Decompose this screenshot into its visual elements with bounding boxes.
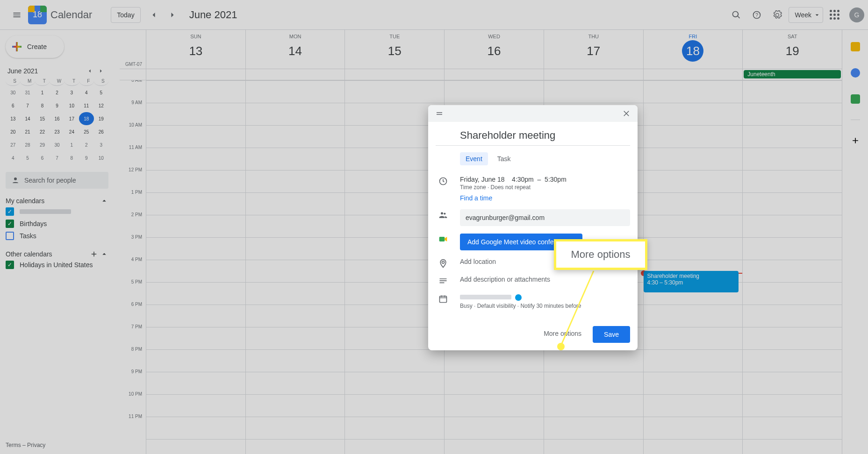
calendar-list-item[interactable] xyxy=(6,206,108,218)
mini-day-cell[interactable]: 27 xyxy=(6,138,20,151)
find-time-link[interactable]: Find a time xyxy=(460,194,630,202)
mini-day-cell[interactable]: 31 xyxy=(20,86,35,99)
mini-day-cell[interactable]: 14 xyxy=(20,112,35,125)
mini-day-cell[interactable]: 6 xyxy=(35,151,50,164)
mini-day-cell[interactable]: 8 xyxy=(35,99,50,112)
close-button[interactable] xyxy=(619,106,634,121)
get-addons-button[interactable] xyxy=(846,131,865,150)
event-title-input[interactable] xyxy=(436,128,630,146)
mini-day-cell[interactable]: 21 xyxy=(20,125,35,138)
mini-day-cell[interactable]: 3 xyxy=(94,138,108,151)
tab-event[interactable]: Event xyxy=(460,152,488,165)
event-end-time[interactable]: 5:30pm xyxy=(545,176,567,183)
drag-handle[interactable] xyxy=(432,106,447,121)
allday-cell[interactable] xyxy=(643,69,743,80)
allday-cell[interactable] xyxy=(544,69,643,80)
visibility-label[interactable]: Default visibility xyxy=(477,303,516,309)
day-header[interactable]: WED16 xyxy=(444,30,544,69)
tasks-addon-button[interactable] xyxy=(846,64,865,82)
calendar-list-item[interactable]: Birthdays xyxy=(6,218,108,230)
mini-day-cell[interactable]: 20 xyxy=(6,125,20,138)
calendar-checkbox[interactable] xyxy=(6,207,14,216)
mini-day-cell[interactable]: 29 xyxy=(35,138,50,151)
create-button[interactable]: Create xyxy=(6,35,64,58)
mini-day-cell[interactable]: 30 xyxy=(50,138,64,151)
mini-day-cell[interactable]: 4 xyxy=(79,86,93,99)
search-people-input[interactable]: Search for people xyxy=(6,172,108,189)
calendar-checkbox[interactable] xyxy=(6,232,14,240)
mini-day-cell[interactable]: 10 xyxy=(65,99,79,112)
time-column[interactable] xyxy=(742,80,842,454)
mini-day-cell[interactable]: 23 xyxy=(50,125,64,138)
day-header[interactable]: SUN13 xyxy=(146,30,245,69)
mini-day-cell[interactable]: 9 xyxy=(50,99,64,112)
repeat-link[interactable]: Does not repeat xyxy=(491,184,531,191)
view-selector[interactable]: Week xyxy=(789,7,823,23)
google-apps-button[interactable] xyxy=(825,6,844,24)
allday-event[interactable]: Juneteenth xyxy=(744,70,841,78)
allday-cell[interactable]: Juneteenth xyxy=(742,69,842,80)
tab-task[interactable]: Task xyxy=(492,152,516,165)
account-avatar[interactable]: G xyxy=(849,7,864,22)
timezone-link[interactable]: Time zone xyxy=(460,184,486,191)
mini-day-cell[interactable]: 22 xyxy=(35,125,50,138)
mini-day-cell[interactable]: 17 xyxy=(65,112,79,125)
prev-week-button[interactable] xyxy=(144,6,163,24)
busy-label[interactable]: Busy xyxy=(460,303,473,309)
allday-cell[interactable] xyxy=(444,69,544,80)
mini-day-cell[interactable]: 5 xyxy=(94,86,108,99)
main-menu-button[interactable] xyxy=(7,6,26,24)
other-calendars-toggle[interactable]: Other calendars xyxy=(6,249,108,259)
mini-day-cell[interactable]: 2 xyxy=(50,86,64,99)
support-button[interactable]: ? xyxy=(747,6,766,24)
mini-day-cell[interactable]: 16 xyxy=(50,112,64,125)
mini-day-cell[interactable]: 15 xyxy=(35,112,50,125)
mini-day-cell[interactable]: 7 xyxy=(20,99,35,112)
mini-day-cell[interactable]: 19 xyxy=(94,112,108,125)
terms-link[interactable]: Terms xyxy=(6,442,21,448)
maps-addon-button[interactable] xyxy=(846,90,865,108)
mini-day-cell[interactable]: 9 xyxy=(79,151,93,164)
mini-day-cell[interactable]: 1 xyxy=(65,138,79,151)
mini-day-cell[interactable]: 12 xyxy=(94,99,108,112)
today-button[interactable]: Today xyxy=(111,7,140,23)
calendar-checkbox[interactable] xyxy=(6,220,14,228)
mini-day-cell[interactable]: 10 xyxy=(94,151,108,164)
allday-cell[interactable] xyxy=(245,69,345,80)
mini-day-cell[interactable]: 7 xyxy=(50,151,64,164)
keep-addon-button[interactable] xyxy=(846,37,865,56)
add-calendar-icon[interactable] xyxy=(90,249,98,259)
mini-day-cell[interactable]: 28 xyxy=(20,138,35,151)
mini-day-cell[interactable]: 8 xyxy=(65,151,79,164)
allday-cell[interactable] xyxy=(146,69,245,80)
mini-day-cell[interactable]: 18 xyxy=(79,112,93,125)
calendar-list-item[interactable]: Holidays in United States xyxy=(6,259,108,271)
mini-day-cell[interactable]: 13 xyxy=(6,112,20,125)
mini-day-cell[interactable]: 1 xyxy=(35,86,50,99)
save-button[interactable]: Save xyxy=(593,326,630,343)
mini-next-button[interactable] xyxy=(95,65,107,77)
day-header[interactable]: SAT19 xyxy=(742,30,842,69)
guests-input[interactable]: evagrunburger@gmail.com xyxy=(460,209,630,226)
my-calendars-toggle[interactable]: My calendars xyxy=(6,196,108,206)
next-week-button[interactable] xyxy=(163,6,182,24)
search-button[interactable] xyxy=(727,6,746,24)
mini-day-cell[interactable]: 30 xyxy=(6,86,20,99)
add-description-button[interactable]: Add description or attachments xyxy=(460,276,630,283)
day-header[interactable]: THU17 xyxy=(544,30,643,69)
mini-day-cell[interactable]: 2 xyxy=(79,138,93,151)
settings-button[interactable] xyxy=(768,6,787,24)
mini-calendar[interactable]: SMTWTFS303112345678910111213141516171819… xyxy=(6,77,108,164)
more-options-button[interactable]: More options xyxy=(538,326,587,343)
mini-day-cell[interactable]: 11 xyxy=(79,99,93,112)
privacy-link[interactable]: Privacy xyxy=(27,442,45,448)
mini-day-cell[interactable]: 3 xyxy=(65,86,79,99)
mini-day-cell[interactable]: 24 xyxy=(65,125,79,138)
time-column[interactable] xyxy=(245,80,345,454)
mini-day-cell[interactable]: 5 xyxy=(20,151,35,164)
notify-label[interactable]: Notify 30 minutes before xyxy=(520,303,581,309)
calendar-list-item[interactable]: Tasks xyxy=(6,230,108,242)
mini-day-cell[interactable]: 25 xyxy=(79,125,93,138)
day-header[interactable]: MON14 xyxy=(245,30,345,69)
calendar-checkbox[interactable] xyxy=(6,261,14,269)
